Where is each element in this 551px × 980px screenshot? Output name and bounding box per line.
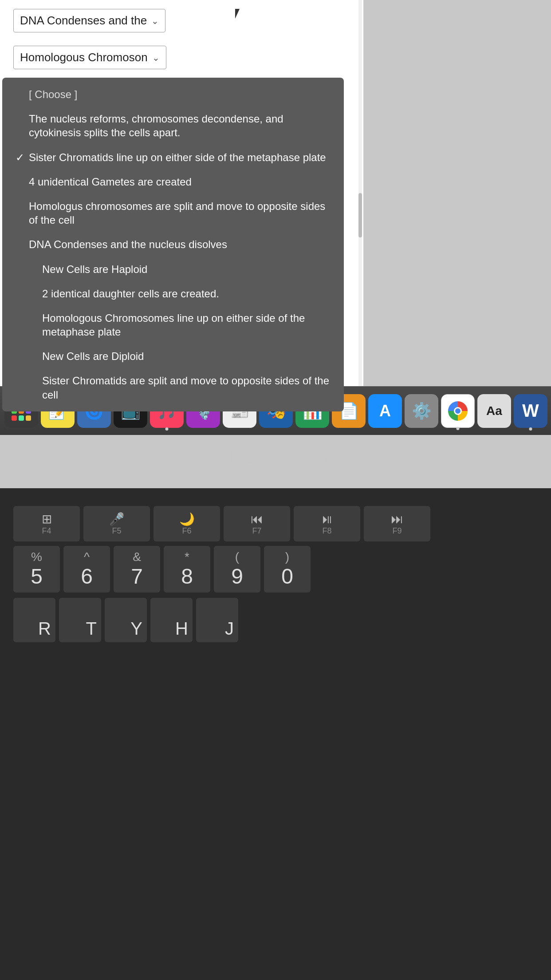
select-dna-condenses[interactable]: DNA Condenses and the ⌄: [13, 9, 165, 32]
check-icon-nucleus: [16, 112, 29, 126]
number-key-row: % 5 ^ 6 & 7 * 8 ( 9 ) 0: [0, 546, 551, 593]
key-h[interactable]: H: [150, 598, 193, 642]
dropdown-option-homologous-line-text: Homologous Chromosomes line up on either…: [42, 311, 331, 339]
dropdown-option-choose[interactable]: [ Choose ]: [2, 82, 344, 107]
f8-label: F8: [322, 526, 331, 536]
dropdown-option-homologous-line[interactable]: Homologous Chromosomes line up on either…: [2, 306, 344, 344]
dropdown-option-diploid-text: New Cells are Diploid: [42, 349, 144, 363]
key-r-char: R: [38, 619, 51, 639]
key-r[interactable]: R: [13, 598, 55, 642]
scrollbar-thumb[interactable]: [358, 193, 362, 237]
dock-icon-chrome[interactable]: [441, 394, 475, 428]
f5-label: F5: [112, 526, 121, 536]
dropdown-option-nucleus[interactable]: The nucleus reforms, chromosomes deconde…: [2, 107, 344, 145]
key-f8[interactable]: ⏯ F8: [294, 506, 360, 541]
dropdown-option-dna-text: DNA Condenses and the nucleus disolves: [29, 237, 227, 251]
key-t[interactable]: T: [59, 598, 101, 642]
f4-label: F4: [42, 526, 51, 536]
key-7[interactable]: & 7: [114, 546, 160, 593]
key-y-char: Y: [130, 619, 142, 639]
dropdown-option-sister-chromatids[interactable]: ✓ Sister Chromatids line up on either si…: [2, 145, 344, 170]
f6-label: F6: [182, 526, 191, 536]
f5-icon: 🎤: [109, 512, 125, 526]
key-f4[interactable]: ⊞ F4: [13, 506, 80, 541]
f9-label: F9: [392, 526, 401, 536]
dropdown-open: [ Choose ] The nucleus reforms, chromoso…: [2, 78, 344, 411]
key-5-main: 5: [31, 564, 43, 589]
key-6-main: 6: [81, 564, 93, 589]
f4-icon: ⊞: [42, 512, 52, 526]
key-5-top: %: [31, 550, 42, 564]
dropdown-option-gametes-text: 4 unidentical Gametes are created: [29, 175, 192, 189]
key-7-top: &: [133, 550, 141, 564]
chevron-down-icon-1: ⌄: [151, 16, 159, 26]
webpage-area: DNA Condenses and the ⌄ Homologous Chrom…: [0, 0, 364, 386]
select-dna-condenses-text: DNA Condenses and the: [20, 14, 147, 28]
key-6-top: ^: [84, 550, 90, 564]
dock-icon-word[interactable]: W: [514, 394, 547, 428]
key-f7[interactable]: ⏮ F7: [224, 506, 290, 541]
select-homologous-chromoson-text: Homologous Chromoson: [20, 51, 148, 64]
keyboard-area: ⊞ F4 🎤 F5 🌙 F6 ⏮ F7 ⏯ F8 ⏭ F9 % 5: [0, 488, 551, 980]
f8-icon: ⏯: [321, 512, 333, 526]
macbook-label: MacBook Air: [218, 448, 332, 467]
key-8[interactable]: * 8: [164, 546, 210, 593]
dropdown-option-dna-condenses[interactable]: DNA Condenses and the nucleus disolves: [2, 232, 344, 257]
chevron-down-icon-2: ⌄: [152, 52, 160, 63]
key-y[interactable]: Y: [105, 598, 147, 642]
select-row-1: DNA Condenses and the ⌄: [13, 9, 350, 32]
dropdown-option-homologus-split-text: Homologus chromosomes are split and move…: [29, 199, 331, 227]
dropdown-option-sister-split-text: Sister Chromatids are split and move to …: [42, 374, 331, 401]
key-j-char: J: [225, 619, 234, 639]
dropdown-option-gametes[interactable]: 4 unidentical Gametes are created: [2, 170, 344, 194]
key-9[interactable]: ( 9: [214, 546, 260, 593]
key-f5[interactable]: 🎤 F5: [83, 506, 150, 541]
check-icon-sister: ✓: [16, 150, 29, 164]
key-8-main: 8: [181, 564, 193, 589]
key-8-top: *: [185, 550, 189, 564]
key-0-top: ): [285, 550, 289, 564]
f7-label: F7: [252, 526, 261, 536]
dock-icon-appstore[interactable]: A: [368, 394, 402, 428]
selects-area: DNA Condenses and the ⌄ Homologous Chrom…: [0, 0, 363, 128]
select-homologous-chromoson[interactable]: Homologous Chromoson ⌄: [13, 46, 166, 69]
letter-key-row: R T Y H J: [0, 593, 551, 642]
f9-icon: ⏭: [391, 512, 403, 526]
dropdown-option-nucleus-text: The nucleus reforms, chromosomes deconde…: [29, 112, 331, 139]
key-9-main: 9: [231, 564, 243, 589]
key-0[interactable]: ) 0: [264, 546, 311, 593]
dropdown-option-2-daughter[interactable]: 2 identical daughter cells are created.: [2, 281, 344, 306]
key-9-top: (: [235, 550, 239, 564]
dropdown-option-choose-text: [ Choose ]: [29, 87, 77, 101]
key-h-char: H: [175, 619, 188, 639]
dropdown-option-new-haploid[interactable]: New Cells are Haploid: [2, 257, 344, 281]
f7-icon: ⏮: [251, 512, 263, 526]
key-5[interactable]: % 5: [13, 546, 60, 593]
dropdown-option-daughter-text: 2 identical daughter cells are created.: [42, 287, 219, 300]
scrollbar[interactable]: [358, 0, 362, 386]
key-t-char: T: [86, 619, 97, 639]
key-6[interactable]: ^ 6: [63, 546, 110, 593]
select-row-2: Homologous Chromoson ⌄: [13, 46, 350, 69]
function-key-row: ⊞ F4 🎤 F5 🌙 F6 ⏮ F7 ⏯ F8 ⏭ F9: [0, 488, 551, 546]
check-icon-choose: [16, 87, 29, 101]
key-j[interactable]: J: [196, 598, 238, 642]
dropdown-option-sister-split[interactable]: Sister Chromatids are split and move to …: [2, 368, 344, 407]
key-f6[interactable]: 🌙 F6: [153, 506, 220, 541]
dropdown-option-homologus-split[interactable]: Homologus chromosomes are split and move…: [2, 194, 344, 232]
dropdown-option-haploid-text: New Cells are Haploid: [42, 262, 147, 276]
key-f9[interactable]: ⏭ F9: [364, 506, 430, 541]
key-7-main: 7: [131, 564, 143, 589]
dropdown-option-sister-text: Sister Chromatids line up on either side…: [29, 150, 326, 164]
dropdown-option-new-diploid[interactable]: New Cells are Diploid: [2, 344, 344, 368]
f6-icon: 🌙: [179, 512, 195, 526]
key-0-main: 0: [281, 564, 293, 589]
dock-icon-dictionary[interactable]: Aa: [477, 394, 511, 428]
dock-icon-sysprefs[interactable]: ⚙️: [405, 394, 438, 428]
